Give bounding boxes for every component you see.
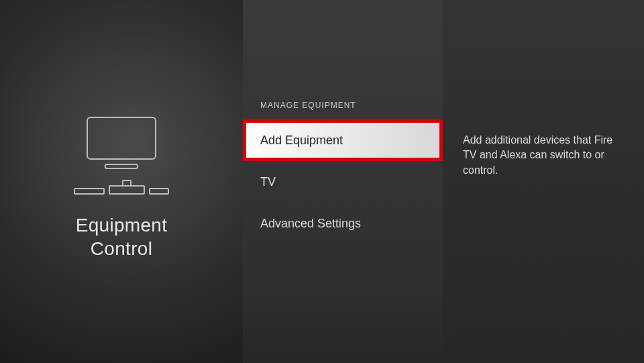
menu-item-advanced-settings[interactable]: Advanced Settings <box>243 203 443 244</box>
menu-item-label: Add Equipment <box>260 134 343 148</box>
left-panel: Equipment Control <box>0 0 243 363</box>
menu-item-label: Advanced Settings <box>260 217 361 231</box>
settings-screen: Equipment Control MANAGE EQUIPMENT Add E… <box>0 0 644 363</box>
section-header: MANAGE EQUIPMENT <box>243 101 443 119</box>
tv-stand-icon <box>105 164 138 169</box>
tv-screen-icon <box>87 117 156 160</box>
menu-item-add-equipment[interactable]: Add Equipment <box>243 119 443 161</box>
page-title-line2: Control <box>91 238 152 259</box>
detail-panel: Add additional devices that Fire TV and … <box>443 0 644 363</box>
devices-row-icon <box>74 180 169 195</box>
menu-item-tv[interactable]: TV <box>243 161 443 203</box>
page-title-line1: Equipment <box>76 215 168 236</box>
menu-panel: MANAGE EQUIPMENT Add Equipment TV Advanc… <box>243 0 443 363</box>
equipment-control-icon <box>74 117 169 195</box>
description-text: Add additional devices that Fire TV and … <box>463 133 624 178</box>
page-title: Equipment Control <box>76 213 168 260</box>
menu-item-label: TV <box>260 175 276 189</box>
